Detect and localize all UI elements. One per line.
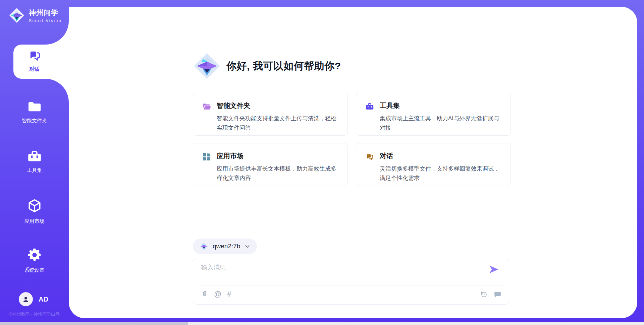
- hash-icon: #: [227, 290, 231, 298]
- card-toolset[interactable]: 工具集 集成市场上主流工具，助力AI与外界无缝扩展与对接: [356, 93, 511, 136]
- toolbox-icon: [27, 149, 42, 163]
- message-input[interactable]: [201, 263, 483, 283]
- composer-divider: [199, 285, 504, 285]
- sidebar-item-chat-label: 对话: [0, 66, 69, 72]
- topic-button[interactable]: #: [227, 290, 231, 298]
- avatar: [19, 292, 33, 306]
- brand-logo: 神州问学 Smart Vision: [9, 7, 62, 23]
- sidebar-item-app-market-label: 应用市场: [0, 218, 69, 224]
- card-app-market[interactable]: 应用市场 应用市场提供丰富长文本模板，助力高效生成多样化文章内容: [193, 143, 348, 186]
- send-icon: [489, 265, 498, 274]
- sidebar-item-toolset[interactable]: 工具集: [0, 149, 69, 174]
- history-button[interactable]: [480, 290, 488, 298]
- sidebar-item-smart-folder-label: 智能文件夹: [0, 118, 69, 124]
- person-icon: [21, 295, 30, 304]
- conversation-button[interactable]: [493, 290, 502, 298]
- user-profile[interactable]: AD: [19, 292, 48, 306]
- card-title: 工具集: [380, 101, 502, 110]
- mention-button[interactable]: @: [214, 290, 221, 298]
- card-description: 集成市场上主流工具，助力AI与外界无缝扩展与对接: [380, 114, 502, 132]
- gear-icon: [27, 247, 42, 263]
- sidebar-item-chat[interactable]: 对话: [0, 48, 69, 72]
- card-title: 对话: [380, 151, 502, 160]
- card-title: 智能文件夹: [217, 101, 339, 110]
- cube-icon: [27, 198, 42, 214]
- sidebar-footer-credit: ©神州数码 · 神州问学出品: [0, 311, 69, 317]
- message-composer: @ #: [193, 258, 510, 305]
- sidebar-item-settings[interactable]: 系统设置: [0, 247, 69, 273]
- sidebar-item-app-market[interactable]: 应用市场: [0, 198, 69, 224]
- model-name: qwen2:7b: [213, 243, 240, 250]
- chat-icon: [27, 48, 42, 62]
- card-chat[interactable]: 对话 灵活切换多模型文件，支持多样回复效果调试，满足个性化需求: [356, 143, 511, 186]
- brand-diamond-icon: [9, 7, 25, 23]
- card-title: 应用市场: [217, 151, 339, 160]
- chevron-down-icon: [245, 244, 250, 249]
- horizontal-scrollbar[interactable]: [0, 322, 644, 325]
- history-icon: [480, 290, 488, 298]
- feature-cards: 智能文件夹 智能文件夹功能支持批量文件上传与清洗，轻松实现文件问答 工具集 集成…: [193, 93, 511, 186]
- user-name: AD: [39, 296, 48, 303]
- card-description: 灵活切换多模型文件，支持多样回复效果调试，满足个性化需求: [380, 164, 502, 183]
- send-button[interactable]: [489, 265, 498, 274]
- briefcase-icon: [365, 102, 374, 111]
- folder-open-icon: [202, 102, 211, 111]
- sidebar-item-toolset-label: 工具集: [0, 167, 69, 174]
- sidebar-item-settings-label: 系统设置: [0, 267, 69, 273]
- brand-subtitle: Smart Vision: [29, 18, 62, 23]
- greeting-title: 你好, 我可以如何帮助你?: [226, 59, 341, 73]
- paperclip-icon: [201, 290, 208, 298]
- chat-bubble-icon: [493, 290, 502, 298]
- at-icon: @: [214, 290, 221, 298]
- card-description: 智能文件夹功能支持批量文件上传与清洗，轻松实现文件问答: [217, 114, 339, 132]
- model-diamond-icon: [200, 242, 208, 251]
- card-description: 应用市场提供丰富长文本模板，助力高效生成多样化文章内容: [217, 164, 339, 183]
- sidebar-item-smart-folder[interactable]: 智能文件夹: [0, 100, 69, 124]
- model-selector[interactable]: qwen2:7b: [193, 239, 257, 254]
- card-smart-folder[interactable]: 智能文件夹 智能文件夹功能支持批量文件上传与清洗，轻松实现文件问答: [193, 93, 348, 136]
- assistant-diamond-icon: [193, 52, 221, 80]
- greeting-header: 你好, 我可以如何帮助你?: [193, 52, 341, 80]
- grid-icon: [202, 152, 211, 161]
- attach-file-button[interactable]: [201, 290, 208, 298]
- scrollbar-thumb[interactable]: [0, 322, 188, 325]
- folder-icon: [27, 100, 42, 113]
- app-window: 神州问学 Smart Vision 对话 智能文件夹 工具集: [0, 0, 644, 325]
- chat-icon: [365, 152, 374, 161]
- brand-name: 神州问学: [29, 8, 62, 17]
